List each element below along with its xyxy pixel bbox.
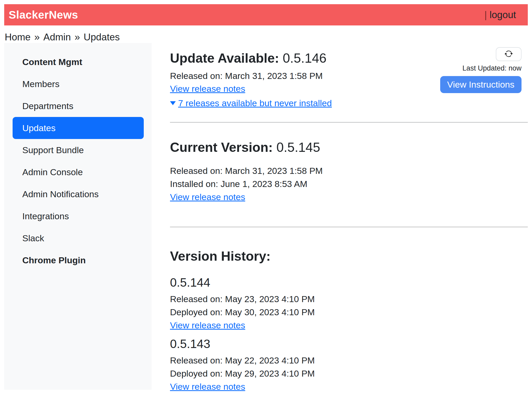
view-instructions-button[interactable]: View Instructions <box>440 76 522 93</box>
history-version-number: 0.5.144 <box>170 276 528 289</box>
logout-area: | logout <box>485 9 516 20</box>
current-version-number: 0.5.145 <box>276 140 320 155</box>
sidebar-item-support-bundle[interactable]: Support Bundle <box>4 139 152 161</box>
sidebar-item-admin-notifications[interactable]: Admin Notifications <box>4 183 152 205</box>
current-released-on: Released on: March 31, 2023 1:58 PM <box>170 164 528 177</box>
version-history-heading: Version History: <box>170 249 528 264</box>
app-header: SlackerNews | logout <box>4 4 528 25</box>
sidebar-item-updates[interactable]: Updates <box>13 117 144 139</box>
sidebar-item-slack[interactable]: Slack <box>4 227 152 249</box>
updates-main: Last Updated: now View Instructions Upda… <box>170 43 528 393</box>
history-release-notes-link[interactable]: View release notes <box>170 382 245 392</box>
current-version-label: Current Version: <box>170 140 273 155</box>
history-released-on: Released on: May 22, 2023 4:10 PM <box>170 354 528 367</box>
breadcrumb-admin[interactable]: Admin <box>43 32 71 42</box>
sidebar-item-chrome-plugin[interactable]: Chrome Plugin <box>4 249 152 271</box>
section-divider <box>170 227 528 227</box>
update-controls: Last Updated: now View Instructions <box>440 47 522 93</box>
releases-collapse-link[interactable]: 7 releases available but never installed <box>178 97 332 109</box>
section-divider <box>170 122 528 123</box>
history-version-number: 0.5.143 <box>170 337 528 351</box>
caret-down-icon <box>170 101 176 105</box>
admin-sidebar: Content Mgmt Members Departments Updates… <box>4 43 152 390</box>
update-available-label: Update Available: <box>170 51 279 66</box>
sidebar-item-admin-console[interactable]: Admin Console <box>4 161 152 183</box>
breadcrumb-separator: » <box>75 32 80 42</box>
breadcrumb-updates: Updates <box>84 32 120 42</box>
breadcrumb-home[interactable]: Home <box>5 32 31 42</box>
sidebar-item-departments[interactable]: Departments <box>4 95 152 117</box>
sidebar-menu: Content Mgmt Members Departments Updates… <box>4 51 152 271</box>
sidebar-item-content-mgmt[interactable]: Content Mgmt <box>4 51 152 73</box>
refresh-button[interactable] <box>496 47 522 61</box>
version-history-entry: 0.5.143 Released on: May 22, 2023 4:10 P… <box>170 337 528 393</box>
current-release-notes-link[interactable]: View release notes <box>170 192 245 202</box>
sidebar-item-integrations[interactable]: Integrations <box>4 205 152 227</box>
logout-link[interactable]: logout <box>490 9 516 20</box>
version-history-entry: 0.5.144 Released on: May 23, 2023 4:10 P… <box>170 276 528 332</box>
history-release-notes-link[interactable]: View release notes <box>170 320 245 330</box>
history-released-on: Released on: May 23, 2023 4:10 PM <box>170 292 528 306</box>
update-available-version: 0.5.146 <box>283 51 327 66</box>
history-deployed-on: Deployed on: May 29, 2023 4:10 PM <box>170 367 528 380</box>
update-release-notes-link[interactable]: View release notes <box>170 84 245 94</box>
sidebar-item-members[interactable]: Members <box>4 73 152 95</box>
breadcrumb-separator: » <box>34 32 40 42</box>
refresh-icon <box>504 50 513 59</box>
logout-separator: | <box>485 9 487 20</box>
breadcrumb: Home»Admin»Updates <box>5 31 120 43</box>
history-deployed-on: Deployed on: May 30, 2023 4:10 PM <box>170 306 528 319</box>
current-installed-on: Installed on: June 1, 2023 8:53 AM <box>170 177 528 190</box>
current-version-heading: Current Version: 0.5.145 <box>170 140 528 155</box>
last-updated-text: Last Updated: now <box>462 64 522 72</box>
brand-title: SlackerNews <box>9 9 78 21</box>
